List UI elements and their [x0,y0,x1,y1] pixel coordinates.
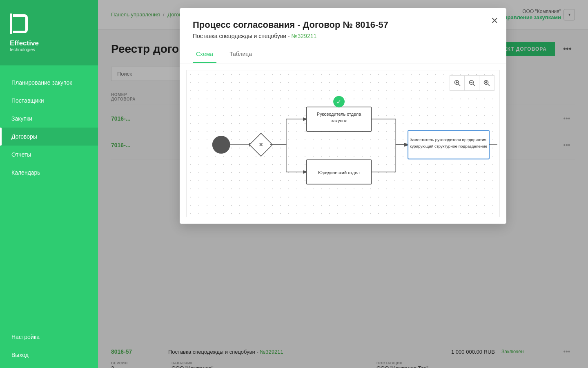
page-content: Реестр договоров СОЗДАТЬ ПРОЕКТ ДОГОВОРА… [98,29,588,368]
sidebar: Effective technologies Планирование заку… [0,0,98,368]
svg-text:Руководитель отдела: Руководитель отдела [317,112,361,117]
svg-text:×: × [259,141,263,148]
sidebar-item-reports[interactable]: Отчеты [0,146,98,164]
sidebar-item-label: Договоры [11,133,37,140]
modal-overlay: Процесс согласования - Договор № 8016-57… [98,29,588,368]
svg-text:✓: ✓ [336,99,341,105]
tab-table[interactable]: Таблица [226,46,255,63]
sidebar-item-logout[interactable]: Выход [0,346,98,364]
svg-line-8 [488,84,490,86]
sidebar-item-suppliers[interactable]: Поставщики [0,92,98,110]
sidebar-bottom: Настройка Выход [0,320,98,368]
logo-icon [10,13,28,34]
zoom-in-button[interactable] [450,76,465,90]
svg-line-5 [473,84,475,86]
modal-subtitle: Поставка спецодежды и спецобуви - №32921… [193,33,493,39]
bpmn-diagram: × ✓ Руководитель отде [187,70,499,217]
zoom-reset-button[interactable] [479,76,494,90]
modal-body: × ✓ Руководитель отде [180,63,506,224]
svg-text:курирующий структурное подразд: курирующий структурное подразделение [410,144,488,148]
sidebar-item-label: Выход [11,352,29,358]
zoom-out-button[interactable] [465,76,479,90]
main-content: Панель управления / Договоры / Реестр до… [98,0,588,368]
logo-text-main: Effective [10,40,39,47]
sidebar-item-label: Настройка [11,334,40,340]
modal-tabs: Схема Таблица [180,46,506,63]
sidebar-item-label: Отчеты [11,151,31,158]
sidebar-item-contracts[interactable]: Договоры [0,128,98,146]
sidebar-item-label: Закупки [11,115,32,122]
svg-line-1 [458,84,460,86]
modal-title: Процесс согласования - Договор № 8016-57 [193,29,493,30]
svg-text:закупок: закупок [331,118,347,123]
sidebar-item-label: Поставщики [11,97,44,104]
sidebar-item-calendar[interactable]: Календарь [0,164,98,182]
start-event [212,136,230,154]
sidebar-nav: Планирование закупок Поставщики Закупки … [0,65,98,320]
tab-schema[interactable]: Схема [193,46,216,63]
svg-text:Заместитель руководителя предп: Заместитель руководителя предприятия, [410,137,487,142]
sidebar-logo: Effective technologies [0,0,98,65]
logo-text-sub: technologies [10,47,39,52]
sidebar-item-label: Планирование закупок [11,79,72,86]
modal-dialog: Процесс согласования - Договор № 8016-57… [180,29,506,224]
modal-subtitle-link[interactable]: №329211 [292,33,317,39]
diagram-area: × ✓ Руководитель отде [186,70,500,217]
svg-text:Юридический отдел: Юридический отдел [318,170,360,175]
sidebar-item-label: Календарь [11,169,40,176]
sidebar-item-settings[interactable]: Настройка [0,328,98,346]
modal-header: Процесс согласования - Договор № 8016-57… [180,29,506,46]
sidebar-item-purchases[interactable]: Закупки [0,110,98,128]
zoom-controls [450,75,494,91]
sidebar-item-planning[interactable]: Планирование закупок [0,74,98,92]
